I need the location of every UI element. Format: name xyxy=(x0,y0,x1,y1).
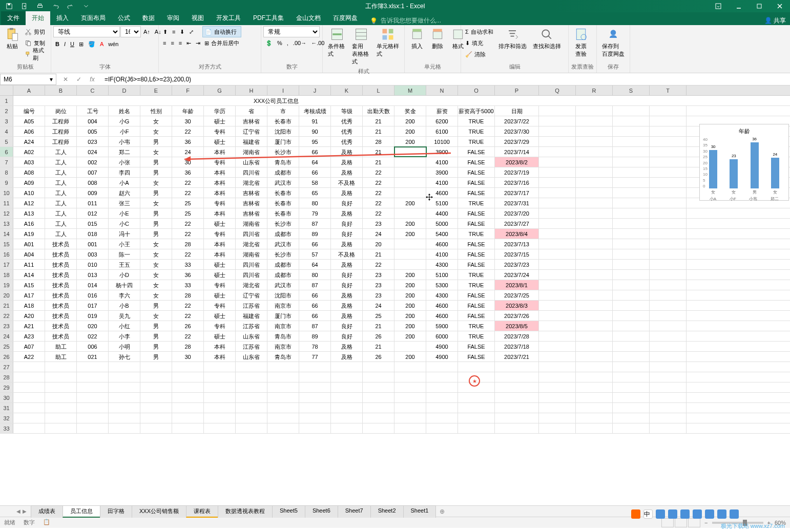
cell[interactable]: 26 xyxy=(363,352,394,361)
cell[interactable]: 湖南省 xyxy=(236,249,267,259)
cell[interactable]: 助工 xyxy=(45,342,77,351)
cell[interactable]: 出勤天数 xyxy=(363,106,394,116)
cell[interactable] xyxy=(267,372,299,382)
cell[interactable] xyxy=(204,423,236,433)
cell[interactable]: 专科 xyxy=(204,229,236,239)
cell[interactable]: 2023/7/22 xyxy=(495,116,539,126)
cell[interactable] xyxy=(576,239,613,249)
cell[interactable] xyxy=(576,249,613,259)
cell[interactable]: 2023/7/27 xyxy=(495,219,539,228)
row-header[interactable]: 26 xyxy=(0,352,13,361)
cell[interactable] xyxy=(613,188,650,198)
column-header[interactable]: N xyxy=(426,86,458,95)
cell[interactable] xyxy=(458,423,495,433)
cell[interactable]: 南京市 xyxy=(267,321,299,331)
cell[interactable] xyxy=(539,393,576,402)
row-header[interactable]: 7 xyxy=(0,157,13,167)
cell[interactable]: 4100 xyxy=(426,249,458,259)
cell[interactable]: 山东省 xyxy=(236,352,267,361)
cell[interactable]: 200 xyxy=(394,301,426,310)
cell[interactable]: 江苏省 xyxy=(236,321,267,331)
cell[interactable]: 男 xyxy=(140,137,172,146)
cell[interactable] xyxy=(140,393,172,402)
cell[interactable] xyxy=(539,331,576,341)
cell[interactable] xyxy=(650,157,687,167)
cell[interactable]: 女 xyxy=(140,311,172,321)
cell[interactable] xyxy=(539,188,576,198)
cell[interactable] xyxy=(613,249,650,259)
cell[interactable]: 010 xyxy=(77,260,109,269)
cell[interactable]: A18 xyxy=(13,301,45,310)
cell[interactable]: 技术员 xyxy=(45,280,77,290)
cell[interactable]: 女 xyxy=(140,270,172,280)
column-header[interactable]: T xyxy=(650,86,687,95)
align-right-icon[interactable]: ≡ xyxy=(177,37,184,49)
cell[interactable]: 200 xyxy=(394,321,426,331)
cell[interactable] xyxy=(77,382,109,392)
cell[interactable]: 21 xyxy=(363,321,394,331)
cell[interactable]: 省 xyxy=(236,106,267,116)
indent-dec-icon[interactable]: ⇤ xyxy=(184,37,193,49)
row-header[interactable]: 17 xyxy=(0,260,13,269)
cell[interactable]: 等级 xyxy=(331,106,363,116)
cell[interactable] xyxy=(363,403,394,413)
cell[interactable] xyxy=(613,413,650,423)
tray-icon[interactable] xyxy=(693,509,702,519)
cell[interactable]: 硕士 xyxy=(204,116,236,126)
format-painter-button[interactable]: 格式刷 xyxy=(23,49,49,60)
cell[interactable]: 30 xyxy=(172,116,204,126)
cell[interactable] xyxy=(539,423,576,433)
cell[interactable]: 四川省 xyxy=(236,229,267,239)
cell[interactable]: 青岛市 xyxy=(267,157,299,167)
cell[interactable] xyxy=(331,362,363,372)
cell[interactable] xyxy=(394,423,426,433)
cell[interactable] xyxy=(539,229,576,239)
select-all-corner[interactable] xyxy=(0,86,13,95)
cell[interactable]: 硕士 xyxy=(204,331,236,341)
cell[interactable]: 2023/7/13 xyxy=(495,239,539,249)
cell[interactable]: 66 xyxy=(299,311,331,321)
cell[interactable]: FALSE xyxy=(458,311,495,321)
cell[interactable]: 工人 xyxy=(45,147,77,157)
cell[interactable]: 020 xyxy=(77,321,109,331)
cell[interactable]: 专科 xyxy=(204,301,236,310)
cell[interactable] xyxy=(331,393,363,402)
cell[interactable] xyxy=(495,362,539,372)
cell[interactable]: 武汉市 xyxy=(267,178,299,187)
cell[interactable] xyxy=(45,362,77,372)
cell[interactable]: 小张 xyxy=(109,157,140,167)
cell[interactable] xyxy=(650,311,687,321)
cell[interactable] xyxy=(650,290,687,300)
cell[interactable]: 87 xyxy=(299,219,331,228)
currency-icon[interactable]: 💲 xyxy=(263,37,275,49)
cell[interactable]: 008 xyxy=(77,178,109,187)
cell[interactable]: 女 xyxy=(140,116,172,126)
cell[interactable] xyxy=(363,393,394,402)
cell[interactable]: 66 xyxy=(299,290,331,300)
row-header[interactable]: 33 xyxy=(0,423,13,433)
cell[interactable]: 33 xyxy=(172,260,204,269)
cell[interactable] xyxy=(650,270,687,280)
cell[interactable]: 吉林省 xyxy=(236,208,267,218)
cell[interactable] xyxy=(613,229,650,239)
cell[interactable]: 200 xyxy=(394,270,426,280)
cell[interactable]: 2023/8/4 xyxy=(495,229,539,239)
cell[interactable] xyxy=(576,198,613,208)
print-icon[interactable] xyxy=(33,1,47,12)
cell[interactable]: 21 xyxy=(363,126,394,136)
cell[interactable] xyxy=(650,188,687,198)
cell[interactable]: 2023/7/30 xyxy=(495,126,539,136)
cell[interactable] xyxy=(140,382,172,392)
cell[interactable]: 湖北省 xyxy=(236,280,267,290)
tab-insert[interactable]: 插入 xyxy=(50,11,75,25)
cell[interactable]: 22 xyxy=(172,301,204,310)
cell[interactable] xyxy=(13,413,45,423)
cell[interactable]: 200 xyxy=(394,280,426,290)
cell[interactable]: 奖金 xyxy=(394,106,426,116)
cell[interactable] xyxy=(236,382,267,392)
cell[interactable]: 硕士 xyxy=(204,311,236,321)
cell[interactable]: 湖南省 xyxy=(236,219,267,228)
cell[interactable]: 本科 xyxy=(204,147,236,157)
cell[interactable]: 200 xyxy=(394,116,426,126)
row-header[interactable]: 14 xyxy=(0,229,13,239)
